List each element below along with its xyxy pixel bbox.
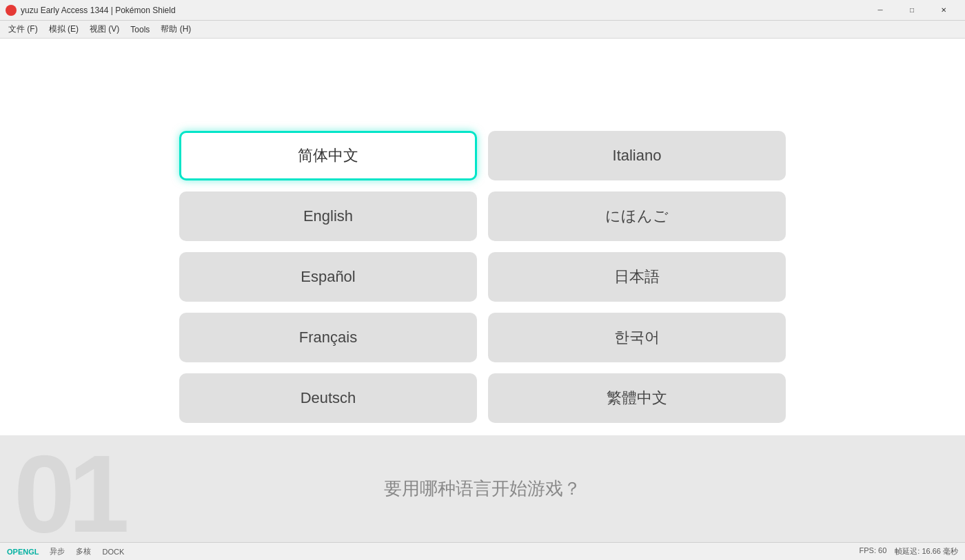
- lang-btn-deutsch[interactable]: Deutsch: [179, 373, 477, 423]
- language-prompt: 要用哪种语言开始游戏？: [384, 477, 581, 501]
- window-title: yuzu Early Access 1344 | Pokémon Shield: [21, 6, 176, 15]
- menu-item-tools[interactable]: Tools: [125, 23, 155, 37]
- window-controls[interactable]: ─ □ ✕: [864, 0, 959, 21]
- lang-btn-traditional-chinese[interactable]: 繁體中文: [488, 373, 786, 423]
- status-right: FPS: 60 帧延迟: 16.66 毫秒: [860, 546, 958, 557]
- lang-btn-espanol[interactable]: Español: [179, 252, 477, 302]
- lang-btn-nihongo-hiragana[interactable]: にほんご: [488, 191, 786, 241]
- app-icon: [6, 5, 17, 16]
- title-bar-left: yuzu Early Access 1344 | Pokémon Shield: [6, 5, 176, 16]
- bottom-bg-text: 01: [14, 439, 123, 549]
- menu-item-view[interactable]: 视图 (V): [84, 21, 125, 37]
- menu-item-help[interactable]: 帮助 (H): [155, 21, 196, 37]
- lang-btn-korean[interactable]: 한국어: [488, 313, 786, 362]
- menu-item-file[interactable]: 文件 (F): [3, 21, 43, 37]
- minimize-button[interactable]: ─: [864, 0, 896, 21]
- bottom-panel: 01 要用哪种语言开始游戏？: [0, 435, 965, 542]
- menu-item-emulate[interactable]: 模拟 (E): [43, 21, 84, 37]
- language-grid: 简体中文ItalianoEnglishにほんごEspañol日本語Françai…: [179, 131, 786, 423]
- close-button[interactable]: ✕: [928, 0, 959, 21]
- maximize-button[interactable]: □: [896, 0, 928, 21]
- status-frametime: 帧延迟: 16.66 毫秒: [895, 546, 958, 557]
- lang-btn-francais[interactable]: Français: [179, 313, 477, 362]
- lang-btn-simplified-chinese[interactable]: 简体中文: [179, 131, 477, 180]
- lang-btn-english[interactable]: English: [179, 191, 477, 241]
- status-bar: OPENGL 异步 多核 DOCK FPS: 60 帧延迟: 16.66 毫秒: [0, 542, 965, 560]
- lang-btn-italiano[interactable]: Italiano: [488, 131, 786, 180]
- status-fps: FPS: 60: [860, 546, 887, 557]
- menu-bar: 文件 (F)模拟 (E)视图 (V)Tools帮助 (H): [0, 21, 965, 39]
- main-content: 简体中文ItalianoEnglishにほんごEspañol日本語Françai…: [0, 39, 965, 542]
- lang-btn-nihongo[interactable]: 日本語: [488, 252, 786, 302]
- title-bar: yuzu Early Access 1344 | Pokémon Shield …: [0, 0, 965, 21]
